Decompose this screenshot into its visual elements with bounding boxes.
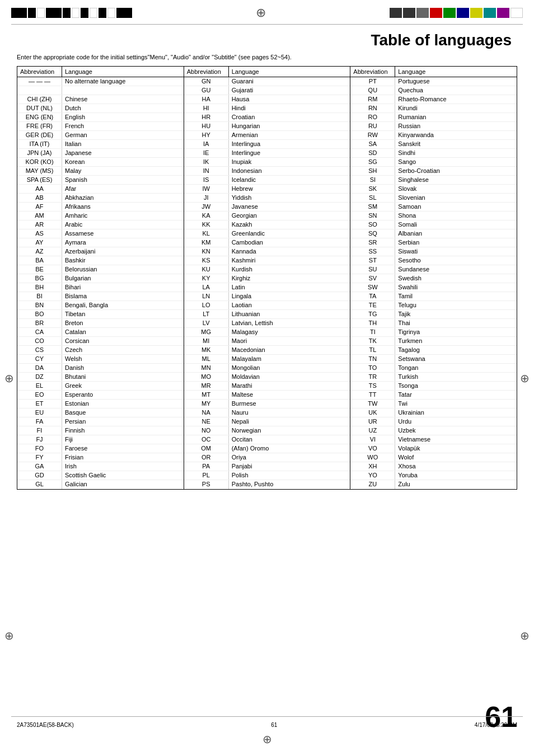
cell-abbr: KY <box>184 274 229 283</box>
table-row: RORumanian <box>350 113 517 122</box>
table-row: LVLatvian, Lettish <box>184 319 350 328</box>
table-row: HYArmenian <box>184 131 350 140</box>
table-row: AFAfrikaans <box>17 203 184 212</box>
bar-seg <box>37 8 45 18</box>
cell-lang: Bulgarian <box>62 274 184 283</box>
cell-lang: Arabic <box>62 220 184 229</box>
table-row: MOMoldavian <box>184 373 350 382</box>
color-seg <box>390 8 402 18</box>
cell-lang: Greek <box>62 382 184 390</box>
cell-abbr: — — — <box>17 77 62 86</box>
cell-abbr: SQ <box>350 229 395 238</box>
table-row: MNMongolian <box>184 364 350 373</box>
cell-lang: Korean <box>62 158 184 166</box>
cell-abbr: MY <box>184 400 229 408</box>
table-row: FYFrisian <box>17 453 184 462</box>
cell-abbr: KU <box>184 265 229 274</box>
table-row: HAHausa <box>184 95 350 104</box>
cell-lang: Lithuanian <box>229 310 350 318</box>
cell-lang: Vietnamese <box>395 435 517 444</box>
cell-lang: Tigrinya <box>395 328 517 336</box>
cell-abbr: EU <box>17 408 62 417</box>
cell-lang: Setswana <box>395 355 517 363</box>
cell-lang: Malayalam <box>229 355 350 363</box>
cell-abbr: GN <box>184 77 229 86</box>
cell-lang: Nauru <box>229 408 350 417</box>
cell-abbr: CS <box>17 346 62 354</box>
cell-abbr: SPA (ES) <box>17 176 62 184</box>
cell-abbr: XH <box>350 462 395 471</box>
cell-abbr: KS <box>184 256 229 265</box>
col-header-lang-0: Language <box>62 67 184 77</box>
cell-abbr: YO <box>350 471 395 480</box>
cell-lang: No alternate language <box>62 77 184 86</box>
cell-lang: Guarani <box>229 77 350 86</box>
color-seg <box>416 8 429 18</box>
table-row: TGTajik <box>350 310 517 319</box>
table-row: THThai <box>350 319 517 328</box>
subtitle: Enter the appropriate code for the initi… <box>17 54 517 60</box>
cell-abbr: TL <box>350 346 395 354</box>
cell-abbr: FA <box>17 417 62 426</box>
table-row: WOWolof <box>350 453 517 462</box>
cell-abbr: VI <box>350 435 395 444</box>
page-content: Table of languages Enter the appropriate… <box>0 26 534 501</box>
table-row: GAIrish <box>17 462 184 471</box>
cell-lang: Yiddish <box>229 194 350 202</box>
cell-abbr: SU <box>350 265 395 274</box>
bar-seg <box>72 8 79 18</box>
cell-abbr: OM <box>184 444 229 453</box>
table-row: CACatalan <box>17 328 184 337</box>
bar-seg <box>46 8 62 18</box>
cell-abbr: PS <box>184 480 229 489</box>
table-row: AZAzerbaijani <box>17 247 184 256</box>
cell-abbr: MI <box>184 337 229 345</box>
table-row: FOFaroese <box>17 444 184 453</box>
cell-abbr: MK <box>184 346 229 354</box>
table-row: OM(Afan) Oromo <box>184 444 350 453</box>
cell-abbr: AS <box>17 229 62 238</box>
cell-lang: Serbian <box>395 238 517 247</box>
registration-mark-bottom-right: ⊕ <box>520 629 530 642</box>
table-row: DZBhutani <box>17 373 184 382</box>
cell-lang: Tajik <box>395 310 517 318</box>
cell-lang: Telugu <box>395 301 517 309</box>
cell-abbr: SH <box>350 167 395 175</box>
cell-lang: Portuguese <box>395 77 517 86</box>
cell-lang: Samoan <box>395 203 517 211</box>
cell-abbr: TR <box>350 373 395 381</box>
cell-abbr: GU <box>184 86 229 95</box>
cell-lang: Gujarati <box>229 86 350 95</box>
table-row: SUSundanese <box>350 265 517 274</box>
table-row: FIFinnish <box>17 426 184 435</box>
cell-lang: Bhutani <box>62 373 184 381</box>
cell-lang: Macedonian <box>229 346 350 354</box>
cell-abbr: TO <box>350 364 395 372</box>
cell-abbr: SL <box>350 194 395 202</box>
cell-lang: Icelandic <box>229 176 350 184</box>
col-section-1: AbbreviationLanguageGNGuaraniGUGujaratiH… <box>184 67 350 489</box>
table-row: TLTagalog <box>350 346 517 355</box>
cell-abbr: CHI (ZH) <box>17 95 62 104</box>
cell-lang: Assamese <box>62 229 184 238</box>
table-row: KKKazakh <box>184 220 350 229</box>
cell-lang: Faroese <box>62 444 184 453</box>
cell-lang: Turkmen <box>395 337 517 345</box>
color-seg <box>470 8 483 18</box>
table-row: RWKinyarwanda <box>350 131 517 140</box>
cell-abbr: TH <box>350 319 395 327</box>
table-row: TITigrinya <box>350 328 517 337</box>
footer-right: 4/17/02, 8:29 PM <box>475 722 517 728</box>
cell-lang: Slovenian <box>395 194 517 202</box>
table-row: TKTurkmen <box>350 337 517 346</box>
cell-lang: Sundanese <box>395 265 517 274</box>
cell-abbr: TA <box>350 292 395 300</box>
cell-lang: Danish <box>62 364 184 372</box>
cell-lang: French <box>62 122 184 130</box>
cell-lang: Quechua <box>395 86 517 95</box>
table-row: RNKirundi <box>350 104 517 113</box>
cell-lang: Fiji <box>62 435 184 444</box>
cell-abbr: DUT (NL) <box>17 104 62 112</box>
cell-abbr: BG <box>17 274 62 283</box>
cell-lang: (Afan) Oromo <box>229 444 350 453</box>
